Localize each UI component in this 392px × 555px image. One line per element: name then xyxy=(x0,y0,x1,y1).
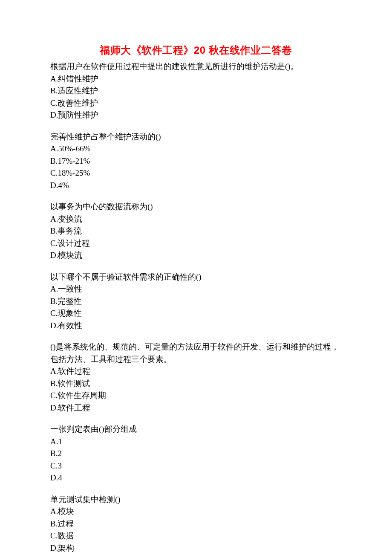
question-option: C.数据 xyxy=(50,530,342,542)
question-block: 一张判定表由()部分组成A.1B.2C.3D.4 xyxy=(50,423,342,484)
question-option: D.4 xyxy=(50,472,342,484)
question-option: C.改善性维护 xyxy=(50,97,342,110)
question-option: B.17%-21% xyxy=(50,155,342,168)
question-text: 根据用户在软件使用过程中提出的建设性意见所进行的维护活动是()。 xyxy=(50,61,342,73)
question-block: 完善性维护占整个维护活动的()A.50%-66%B.17%-21%C.18%-2… xyxy=(50,131,342,192)
question-text: 单元测试集中检测() xyxy=(50,494,342,506)
question-block: ()是将系统化的、规范的、可定量的方法应用于软件的开发、运行和维护的过程，包括方… xyxy=(50,341,342,414)
question-option: D.预防性维护 xyxy=(50,109,342,121)
question-option: C.设计过程 xyxy=(50,237,342,250)
question-option: D.模块流 xyxy=(50,249,342,262)
question-block: 单元测试集中检测()A.模块B.过程C.数据D.架构 xyxy=(50,494,342,555)
question-option: D.架构 xyxy=(50,542,342,555)
question-option: A.变换流 xyxy=(50,213,342,225)
question-option: A.软件过程 xyxy=(50,365,342,378)
question-block: 以下哪个不属于验证软件需求的正确性的()A.一致性B.完整性C.现象性D.有效性 xyxy=(50,271,342,332)
question-option: B.适应性维护 xyxy=(50,85,342,97)
question-option: B.2 xyxy=(50,448,342,460)
questions-container: 根据用户在软件使用过程中提出的建设性意见所进行的维护活动是()。A.纠错性维护B… xyxy=(50,61,342,554)
question-option: A.50%-66% xyxy=(50,143,342,155)
question-text: 以事务为中心的数据流称为() xyxy=(50,201,342,213)
question-option: D.软件工程 xyxy=(50,402,342,414)
question-option: B.软件测试 xyxy=(50,378,342,390)
question-block: 以事务为中心的数据流称为()A.变换流B.事务流C.设计过程D.模块流 xyxy=(50,201,342,262)
question-option: A.一致性 xyxy=(50,283,342,295)
question-text: 以下哪个不属于验证软件需求的正确性的() xyxy=(50,271,342,283)
question-option: A.模块 xyxy=(50,506,342,518)
question-option: A.纠错性维护 xyxy=(50,73,342,85)
question-option: C.软件生存周期 xyxy=(50,390,342,402)
question-block: 根据用户在软件使用过程中提出的建设性意见所进行的维护活动是()。A.纠错性维护B… xyxy=(50,61,342,121)
question-option: B.完整性 xyxy=(50,295,342,308)
question-option: B.事务流 xyxy=(50,225,342,237)
document-page: 福师大《软件工程》20 秋在线作业二答卷 根据用户在软件使用过程中提出的建设性意… xyxy=(0,0,392,554)
question-option: D.4% xyxy=(50,179,342,192)
question-option: C.18%-25% xyxy=(50,167,342,179)
question-option: C.现象性 xyxy=(50,307,342,320)
question-text: 一张判定表由()部分组成 xyxy=(50,423,342,436)
question-option: D.有效性 xyxy=(50,320,342,332)
question-option: B.过程 xyxy=(50,518,342,530)
question-text: 完善性维护占整个维护活动的() xyxy=(50,131,342,143)
question-option: A.1 xyxy=(50,436,342,448)
document-title: 福师大《软件工程》20 秋在线作业二答卷 xyxy=(50,43,342,58)
question-option: C.3 xyxy=(50,460,342,472)
question-text: ()是将系统化的、规范的、可定量的方法应用于软件的开发、运行和维护的过程，包括方… xyxy=(50,341,342,365)
